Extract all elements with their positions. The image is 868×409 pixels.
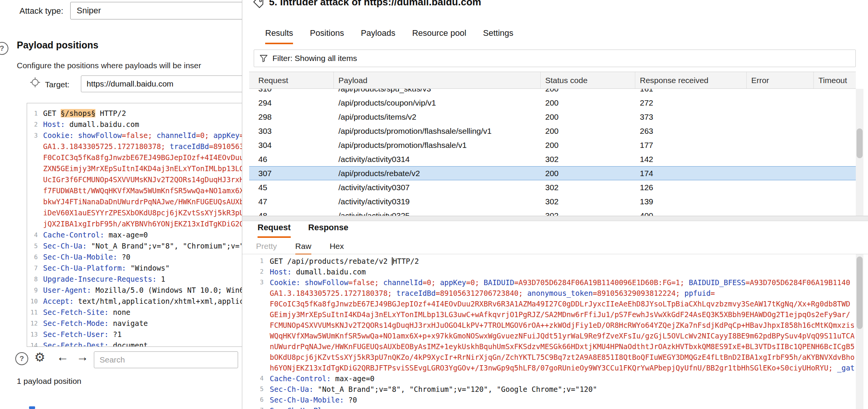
editor-line: 13Sec-Fetch-User: ?1	[27, 329, 248, 340]
results-table: RequestPayloadStatus codeResponse receiv…	[249, 72, 856, 216]
line-number: 6	[250, 395, 270, 405]
line-number	[27, 163, 43, 174]
editor-scrollbar[interactable]	[856, 254, 863, 409]
cell-request: 310	[249, 89, 334, 96]
raw-request-editor[interactable]: 1GET /api/products/rebate/v2 HTTP/22Host…	[242, 254, 856, 409]
filter-text: Filter: Showing all items	[272, 54, 357, 63]
attack-type-combobox[interactable]: Sniper	[70, 2, 248, 19]
line-number: 6	[27, 252, 43, 263]
line-content: bkwYJ4FTiNanaDaDnUWurdrPqNAJwe/HWKnFUGEU…	[43, 196, 244, 207]
line-content: Accept: text/html,application/xhtml+xml,…	[43, 296, 244, 307]
column-header-status-code[interactable]: Status code	[541, 72, 635, 88]
result-row[interactable]: 303/api/products/promotion/flashsale/sel…	[249, 124, 856, 138]
editor-settings-gear-icon[interactable]: ⚙	[34, 350, 45, 364]
cell-status: 200	[541, 89, 635, 96]
filter-bar[interactable]: Filter: Showing all items	[254, 50, 856, 67]
column-header-payload[interactable]: Payload	[334, 72, 541, 88]
cell-payload: /activity/activity0319	[334, 194, 541, 209]
tab-results[interactable]: Results	[265, 28, 293, 44]
cell-error	[747, 152, 814, 166]
tab-resource-pool[interactable]: Resource pool	[412, 28, 466, 44]
line-content: Sec-Fetch-Dest: document	[43, 340, 148, 347]
line-content: Cache-Control: max-age=0	[270, 373, 375, 384]
message-tab-response[interactable]: Response	[308, 223, 348, 238]
line-number: 3	[27, 130, 43, 141]
horizontal-splitter[interactable]	[242, 216, 868, 221]
result-row[interactable]: 294/api/products/coupon/vip/v1200272	[249, 96, 856, 110]
cell-status: 200	[541, 138, 635, 152]
result-row[interactable]: 45/activity/activity0307302126	[249, 180, 856, 194]
target-input[interactable]	[81, 75, 248, 92]
line-number: 13	[27, 329, 43, 340]
column-header-response-received[interactable]: Response received	[635, 72, 747, 88]
column-header-timeout[interactable]: Timeout	[814, 72, 856, 88]
line-content: Host: dumall.baidu.com	[43, 119, 139, 130]
editor-line: 3Cookie: showFollow=false; channelId=0; …	[250, 277, 856, 288]
cell-payload: /activity/activity0314	[334, 152, 541, 166]
editor-line: F0CoIC3q5fKa8fgJnwzbE67EJ49BGJepIOzf+4I4…	[250, 298, 856, 309]
cell-request: 304	[249, 138, 334, 152]
search-previous-icon[interactable]: ←	[56, 350, 69, 364]
results-scrollbar[interactable]	[856, 89, 863, 216]
tab-positions[interactable]: Positions	[310, 28, 344, 44]
cell-response: 177	[635, 138, 747, 152]
editor-line: 1GET §/shops§ HTTP/2	[27, 108, 248, 119]
editor-line: 8Upgrade-Insecure-Requests: 1	[27, 274, 248, 285]
scrollbar-thumb[interactable]	[857, 128, 863, 158]
mode-tab-raw[interactable]: Raw	[295, 242, 311, 255]
search-input[interactable]	[94, 351, 238, 368]
mode-tab-hex[interactable]: Hex	[330, 242, 344, 255]
attack-tab-row: ResultsPositionsPayloadsResource poolSet…	[265, 28, 514, 44]
payload-positions-title: Payload positions	[17, 40, 98, 51]
cell-request: 45	[249, 180, 334, 194]
result-row[interactable]: 298/api/products/items/v2200373	[249, 110, 856, 124]
cell-timeout	[814, 152, 856, 166]
line-number	[250, 341, 270, 352]
cell-error	[747, 167, 814, 180]
cell-response: 142	[635, 152, 747, 166]
result-row[interactable]: 310/api/products/spu_skus/v3200161	[249, 89, 856, 96]
tab-payloads[interactable]: Payloads	[361, 28, 396, 44]
line-number: 9	[27, 285, 43, 296]
editor-line: 6Sec-Ch-Ua-Mobile: ?0	[27, 252, 248, 263]
editor-help-icon[interactable]: ?	[15, 352, 28, 365]
editor-line: WQqHKVfXMaw5WUmKnfSR5wwQa+NO1amx6X+p+x97…	[250, 330, 856, 341]
line-number: 10	[27, 296, 43, 307]
line-content: GA1.3.1843305725.1727180378; traceIdBd=8…	[270, 288, 715, 298]
editor-line: bkwYJ4FTiNanaDaDnUWurdrPqNAJwe/HWKnFUGEU…	[27, 196, 248, 207]
editor-line: FCMUNOp4SXVVUMsKNJv2T2QORs14gDuqHJ3rxHJu…	[250, 320, 856, 330]
tab-settings[interactable]: Settings	[483, 28, 514, 44]
line-number: 3	[250, 277, 270, 288]
cell-payload: /api/products/promotion/flashsale/v1	[334, 138, 541, 152]
result-row[interactable]: 307/api/products/rebate/v2200174	[249, 166, 856, 180]
search-next-icon[interactable]: →	[76, 350, 89, 364]
editor-line: 4Cache-Control: max-age=0	[27, 229, 248, 241]
result-row[interactable]: 47/activity/activity0319302139	[249, 194, 856, 209]
editor-line: GA1.3.1843305725.1727180378; traceIdBd=8…	[250, 288, 856, 298]
result-row[interactable]: 46/activity/activity0314302142	[249, 152, 856, 166]
cell-response: 139	[635, 194, 747, 209]
line-content: Sec-Fetch-Site: none	[43, 307, 130, 318]
result-row[interactable]: 304/api/products/promotion/flashsale/v12…	[249, 138, 856, 152]
positions-editor[interactable]: 1GET §/shops§ HTTP/22Host: dumall.baidu.…	[27, 103, 248, 347]
line-number	[250, 362, 270, 373]
line-content: FCMUNOp4SXVVUMsKNJv2T2QORs14gDuqHJ3rxHJu…	[270, 320, 855, 330]
message-tab-request[interactable]: Request	[258, 223, 291, 238]
partially-visible-element	[29, 406, 35, 409]
editor-line: 1GET /api/products/rebate/v2 HTTP/2	[250, 256, 856, 266]
column-header-request[interactable]: Request	[249, 72, 334, 88]
cell-response: 373	[635, 110, 747, 124]
scrollbar-thumb[interactable]	[857, 257, 863, 329]
line-content: GEimjy3MrXEpSuItnI4KD4aj3nELxYTonIMLbp13…	[270, 309, 850, 320]
cell-error	[747, 110, 814, 124]
section-help-icon[interactable]: ?	[0, 42, 8, 55]
editor-line: 7Sec-Ch-Ua-Platform: "Windows"	[27, 263, 248, 274]
column-header-error[interactable]: Error	[747, 72, 814, 88]
editor-line: jQX2IBA1xgIrbF95h/aKYBNVh6YONjEKZ13xIdTg…	[27, 218, 248, 229]
line-number	[250, 288, 270, 298]
line-content: Sec-Fetch-User: ?1	[43, 329, 122, 340]
line-number: 1	[27, 108, 43, 119]
result-row[interactable]: 48/activity/activity0325302400	[249, 209, 856, 216]
line-number: 12	[27, 318, 43, 329]
cell-request: 298	[249, 110, 334, 124]
